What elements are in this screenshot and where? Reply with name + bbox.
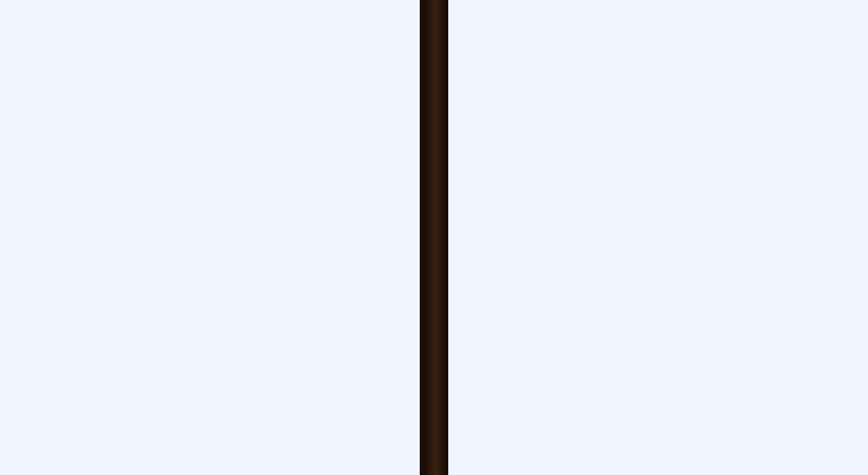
right-grid	[455, 12, 861, 18]
right-screen	[446, 0, 868, 475]
divider	[425, 0, 446, 475]
left-screen	[0, 0, 425, 475]
left-grid	[7, 12, 413, 18]
